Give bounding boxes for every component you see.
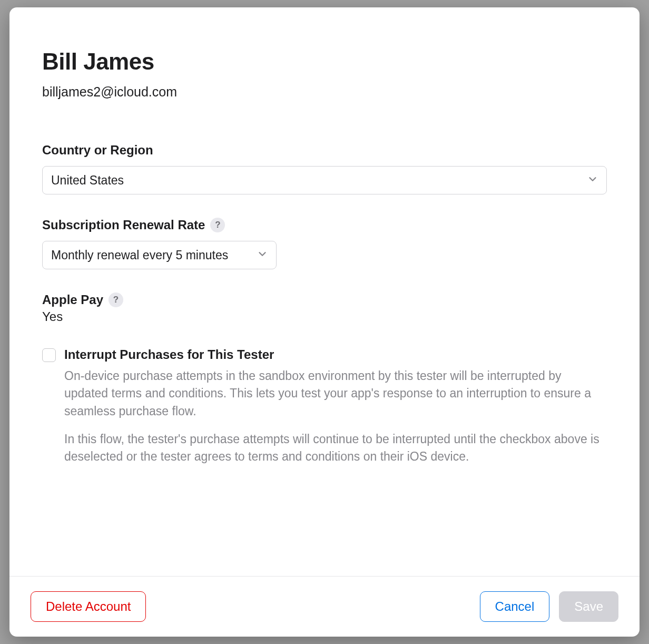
apple-pay-label-text: Apple Pay bbox=[42, 292, 103, 307]
country-label-text: Country or Region bbox=[42, 143, 153, 158]
delete-account-button[interactable]: Delete Account bbox=[31, 591, 146, 622]
footer-right-group: Cancel Save bbox=[480, 591, 618, 622]
country-label: Country or Region bbox=[42, 143, 607, 158]
renewal-select-value: Monthly renewal every 5 minutes bbox=[51, 248, 228, 262]
tester-edit-modal: Bill James billjames2@icloud.com Country… bbox=[9, 7, 640, 637]
apple-pay-field-group: Apple Pay ? Yes bbox=[42, 292, 607, 324]
modal-footer: Delete Account Cancel Save bbox=[9, 576, 640, 637]
country-select-value: United States bbox=[51, 173, 124, 188]
country-field-group: Country or Region United States bbox=[42, 143, 607, 194]
interrupt-checkbox-row: Interrupt Purchases for This Tester On-d… bbox=[42, 347, 607, 476]
country-select-wrapper: United States bbox=[42, 166, 607, 194]
apple-pay-label: Apple Pay ? bbox=[42, 292, 607, 307]
modal-body: Bill James billjames2@icloud.com Country… bbox=[9, 7, 640, 576]
interrupt-description-2: In this flow, the tester's purchase atte… bbox=[64, 431, 607, 466]
interrupt-content: Interrupt Purchases for This Tester On-d… bbox=[64, 347, 607, 476]
interrupt-description-1: On-device purchase attempts in the sandb… bbox=[64, 367, 607, 420]
renewal-label: Subscription Renewal Rate ? bbox=[42, 218, 607, 232]
renewal-select-wrapper: Monthly renewal every 5 minutes bbox=[42, 241, 277, 269]
tester-email: billjames2@icloud.com bbox=[42, 84, 607, 100]
help-icon[interactable]: ? bbox=[109, 292, 123, 307]
country-select[interactable]: United States bbox=[42, 166, 607, 194]
renewal-select[interactable]: Monthly renewal every 5 minutes bbox=[42, 241, 277, 269]
help-icon[interactable]: ? bbox=[210, 218, 225, 232]
cancel-button[interactable]: Cancel bbox=[480, 591, 550, 622]
interrupt-checkbox[interactable] bbox=[42, 348, 56, 362]
renewal-field-group: Subscription Renewal Rate ? Monthly rene… bbox=[42, 218, 607, 269]
renewal-label-text: Subscription Renewal Rate bbox=[42, 218, 205, 232]
interrupt-field-group: Interrupt Purchases for This Tester On-d… bbox=[42, 347, 607, 476]
interrupt-label: Interrupt Purchases for This Tester bbox=[64, 347, 607, 362]
apple-pay-value: Yes bbox=[42, 309, 607, 324]
save-button[interactable]: Save bbox=[559, 591, 618, 622]
tester-name-heading: Bill James bbox=[42, 48, 607, 75]
